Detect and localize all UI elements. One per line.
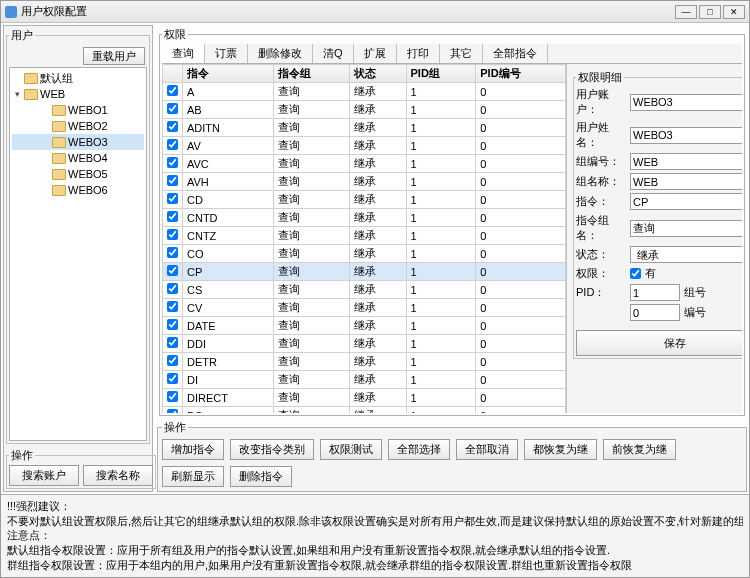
tree-group[interactable]: 默认组 bbox=[12, 70, 144, 86]
row-checkbox[interactable] bbox=[167, 193, 178, 204]
close-button[interactable]: ✕ bbox=[723, 5, 745, 19]
perm-grid-scroll[interactable]: 指令指令组状态PID组PID编号 A查询继承10AB查询继承10ADITN查询继… bbox=[162, 64, 567, 413]
cmd-field[interactable] bbox=[630, 193, 742, 210]
table-row[interactable]: AVH查询继承10 bbox=[163, 173, 566, 191]
perm-tab[interactable]: 查询 bbox=[162, 44, 205, 63]
op-button[interactable]: 刷新显示 bbox=[162, 466, 224, 487]
row-checkbox[interactable] bbox=[167, 157, 178, 168]
tree-user[interactable]: WEBO2 bbox=[12, 118, 144, 134]
numno-field[interactable] bbox=[630, 304, 680, 321]
row-checkbox[interactable] bbox=[167, 373, 178, 384]
state-select[interactable]: 继承 bbox=[630, 246, 742, 263]
row-checkbox[interactable] bbox=[167, 409, 178, 413]
window-title: 用户权限配置 bbox=[21, 4, 87, 19]
perm-tab[interactable]: 全部指令 bbox=[483, 44, 548, 63]
table-row[interactable]: AVC查询继承10 bbox=[163, 155, 566, 173]
groupname-field[interactable] bbox=[630, 173, 742, 190]
titlebar: 用户权限配置 — □ ✕ bbox=[1, 1, 749, 23]
row-checkbox[interactable] bbox=[167, 139, 178, 150]
op-button[interactable]: 删除指令 bbox=[230, 466, 292, 487]
table-row[interactable]: DDI查询继承10 bbox=[163, 335, 566, 353]
table-row[interactable]: CNTZ查询继承10 bbox=[163, 227, 566, 245]
perm-tab[interactable]: 清Q bbox=[313, 44, 354, 63]
row-checkbox[interactable] bbox=[167, 337, 178, 348]
perm-tabs: 查询订票删除修改清Q扩展打印其它全部指令 bbox=[162, 44, 742, 64]
row-checkbox[interactable] bbox=[167, 283, 178, 294]
search-name-button[interactable]: 搜索名称 bbox=[83, 465, 153, 486]
tree-user[interactable]: WEBO1 bbox=[12, 102, 144, 118]
column-header[interactable]: 指令 bbox=[183, 65, 274, 83]
column-header[interactable]: PID编号 bbox=[476, 65, 566, 83]
perm-tab[interactable]: 其它 bbox=[440, 44, 483, 63]
op-button[interactable]: 改变指令类别 bbox=[230, 439, 314, 460]
reload-users-button[interactable]: 重载用户 bbox=[83, 47, 145, 65]
column-header[interactable]: PID组 bbox=[406, 65, 476, 83]
table-row[interactable]: CV查询继承10 bbox=[163, 299, 566, 317]
row-checkbox[interactable] bbox=[167, 355, 178, 366]
tree-user[interactable]: WEBO5 bbox=[12, 166, 144, 182]
op-button[interactable]: 前恢复为继 bbox=[603, 439, 676, 460]
save-button[interactable]: 保存 bbox=[576, 330, 742, 356]
perm-tab[interactable]: 订票 bbox=[205, 44, 248, 63]
table-row[interactable]: DI查询继承10 bbox=[163, 371, 566, 389]
label-groupname: 组名称： bbox=[576, 174, 626, 189]
label-account: 用户账户： bbox=[576, 87, 626, 117]
table-row[interactable]: DATE查询继承10 bbox=[163, 317, 566, 335]
table-row[interactable]: AV查询继承10 bbox=[163, 137, 566, 155]
table-row[interactable]: CD查询继承10 bbox=[163, 191, 566, 209]
row-checkbox[interactable] bbox=[167, 103, 178, 114]
table-row[interactable]: CS查询继承10 bbox=[163, 281, 566, 299]
row-checkbox[interactable] bbox=[167, 265, 178, 276]
tree-user[interactable]: WEBO3 bbox=[12, 134, 144, 150]
groupno-field[interactable] bbox=[630, 153, 742, 170]
perm-tab[interactable]: 删除修改 bbox=[248, 44, 313, 63]
user-tree[interactable]: 默认组▾WEBWEBO1WEBO2WEBO3WEBO4WEBO5WEBO6 bbox=[9, 67, 147, 441]
row-checkbox[interactable] bbox=[167, 211, 178, 222]
table-row[interactable]: A查询继承10 bbox=[163, 83, 566, 101]
folder-icon bbox=[52, 121, 66, 132]
table-row[interactable]: AB查询继承10 bbox=[163, 101, 566, 119]
perm-tab[interactable]: 扩展 bbox=[354, 44, 397, 63]
op-button[interactable]: 权限测试 bbox=[320, 439, 382, 460]
table-row[interactable]: CNTD查询继承10 bbox=[163, 209, 566, 227]
op-button[interactable]: 都恢复为继 bbox=[524, 439, 597, 460]
tree-user[interactable]: WEBO4 bbox=[12, 150, 144, 166]
column-header[interactable]: 指令组 bbox=[273, 65, 349, 83]
op-button[interactable]: 增加指令 bbox=[162, 439, 224, 460]
table-row[interactable]: DS查询继承10 bbox=[163, 407, 566, 413]
row-checkbox[interactable] bbox=[167, 247, 178, 258]
row-checkbox[interactable] bbox=[167, 229, 178, 240]
cmdgrp-field[interactable] bbox=[630, 220, 742, 237]
user-fieldset: 用户 重载用户 默认组▾WEBWEBO1WEBO2WEBO3WEBO4WEBO5… bbox=[6, 28, 150, 444]
search-account-button[interactable]: 搜索账户 bbox=[9, 465, 79, 486]
footer-line: 不要对默认组设置权限后,然后让其它的组继承默认组的权限.除非该权限设置确实是对所… bbox=[7, 514, 743, 529]
table-row[interactable]: DIRECT查询继承10 bbox=[163, 389, 566, 407]
op-button[interactable]: 全部取消 bbox=[456, 439, 518, 460]
op-button[interactable]: 全部选择 bbox=[388, 439, 450, 460]
detail-panel: 权限明细 用户账户： 用户姓名： 组编号： 组名称： 指令： 指令组名： 状态：… bbox=[567, 64, 742, 413]
pid-field[interactable] bbox=[630, 284, 680, 301]
minimize-button[interactable]: — bbox=[675, 5, 697, 19]
row-checkbox[interactable] bbox=[167, 175, 178, 186]
row-checkbox[interactable] bbox=[167, 319, 178, 330]
table-row[interactable]: CO查询继承10 bbox=[163, 245, 566, 263]
row-checkbox[interactable] bbox=[167, 301, 178, 312]
row-checkbox[interactable] bbox=[167, 391, 178, 402]
table-row[interactable]: DETR查询继承10 bbox=[163, 353, 566, 371]
tree-user[interactable]: WEBO6 bbox=[12, 182, 144, 198]
maximize-button[interactable]: □ bbox=[699, 5, 721, 19]
table-row[interactable]: CP查询继承10 bbox=[163, 263, 566, 281]
footer-line: 群组指令权限设置：应用于本组内的用户,如果用户没有重新设置指令权限,就会继承群组… bbox=[7, 558, 743, 573]
column-header[interactable]: 状态 bbox=[350, 65, 406, 83]
folder-icon bbox=[24, 89, 38, 100]
row-checkbox[interactable] bbox=[167, 121, 178, 132]
account-field[interactable] bbox=[630, 94, 742, 111]
row-checkbox[interactable] bbox=[167, 85, 178, 96]
perm-tab[interactable]: 打印 bbox=[397, 44, 440, 63]
table-row[interactable]: ADITN查询继承10 bbox=[163, 119, 566, 137]
username-field[interactable] bbox=[630, 127, 742, 144]
tree-group[interactable]: ▾WEB bbox=[12, 86, 144, 102]
perm-checkbox[interactable] bbox=[630, 268, 641, 279]
perm-table: 指令指令组状态PID组PID编号 A查询继承10AB查询继承10ADITN查询继… bbox=[162, 64, 566, 413]
folder-icon bbox=[52, 137, 66, 148]
